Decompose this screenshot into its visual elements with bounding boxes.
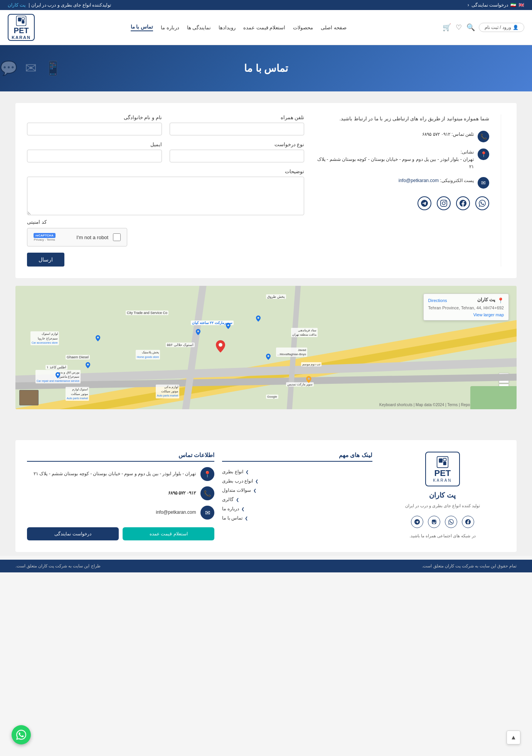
contact-info-area: شما همواره میتوانید از طریق راه های ارتب… <box>316 115 501 267</box>
cart-icon[interactable]: 🛒 <box>443 23 451 32</box>
captcha-checkbox[interactable] <box>113 233 121 241</box>
footer: PET KARAN پت کاران تولید کننده انواع جای… <box>0 429 532 556</box>
map-marker-4 <box>96 335 100 343</box>
svg-point-4 <box>219 343 222 346</box>
map-label-3: لوازم استوکسیم‌جراغ خاروباCar accessorie… <box>30 331 59 345</box>
description-label: توضیحات <box>27 169 304 174</box>
view-larger-map-link[interactable]: View larger map <box>428 312 504 317</box>
map-marker-6 <box>86 362 90 370</box>
request-type-field[interactable] <box>170 150 305 162</box>
phone-info-item: 📞 تلفن تماس: ۰۹۱۲ ۵۷۲ ۶۸۹۵ <box>316 131 489 142</box>
footer-content: PET KARAN پت کاران تولید کننده انواع جای… <box>15 440 517 552</box>
map-label-14: لوازم بدکیموتور سیکلتAuto parts market <box>156 385 179 398</box>
nav-item-about[interactable]: درباره ما <box>161 25 179 30</box>
footer-whatsapp-icon[interactable] <box>445 516 457 528</box>
agency-request-link[interactable]: درخواست نمایندگی <box>471 2 508 8</box>
map-marker-8 <box>306 376 311 384</box>
address-info-text: نشانی: تهران - بلوار ابوذر - بین پل دوم … <box>316 148 474 171</box>
captcha-text: I'm not a robot <box>60 235 108 240</box>
name-field-label: نام و نام خانوادگی <box>27 115 162 120</box>
request-type-form-group: نوع درخواست <box>170 142 305 162</box>
page-title: تماس با ما <box>244 62 288 74</box>
footer-link-0[interactable]: انواع بطری <box>222 467 372 476</box>
wishlist-icon[interactable]: ♡ <box>456 23 462 32</box>
map-label-5: پخش پلاستیکHome goods store <box>136 350 160 359</box>
instagram-social-icon[interactable] <box>437 196 451 210</box>
nav-item-contact[interactable]: تماس با ما <box>131 24 153 31</box>
footer-links-section: لینک های مهم انواع بطری انواع درب بطری س… <box>222 452 372 540</box>
map-label-6: Ghaem Diesel <box>66 355 90 359</box>
footer-phone-text: ۰۹۱۲ ۵۷۲ ۶۸۹۵ <box>168 489 196 497</box>
phone-field-label: تلفن همراه <box>170 115 305 120</box>
map-green-area <box>470 386 517 409</box>
facebook-social-icon[interactable] <box>456 196 470 210</box>
agency-request-footer-button[interactable]: درخواست نمایندگی <box>27 527 119 540</box>
map-panel-icon: 📍 <box>497 297 504 304</box>
footer-phone-item: 📞 ۰۹۱۲ ۵۷۲ ۶۸۹۵ <box>27 486 214 500</box>
submit-button[interactable]: ارسال <box>27 253 64 267</box>
header: 👤 ورود / ثبت نام 🔍 ♡ 🛒 صفحه اصلی محصولات… <box>0 10 532 45</box>
description-form-group: توضیحات <box>27 169 304 215</box>
nav-item-wholesale[interactable]: استعلام قیمت عمده <box>243 25 285 30</box>
footer-instagram-icon[interactable] <box>428 516 440 528</box>
map-visual: پخش طروق City Trade and Service Co سوپرم… <box>15 286 517 409</box>
footer-links-title: لینک های مهم <box>222 452 372 462</box>
footer-address-text: تهران - بلوار ابوذر - بین پل دوم و سوم -… <box>34 470 196 478</box>
footer-location-icon: 📍 <box>200 467 214 481</box>
whatsapp-social-icon[interactable] <box>475 196 489 210</box>
phone-field[interactable] <box>170 123 305 135</box>
map-label-google: Google <box>266 395 278 399</box>
email-field-label: ایمیل <box>27 142 162 147</box>
bottom-bar-left: تمام حقوق این سایت به شرکت پت کاران متعل… <box>422 564 517 569</box>
recaptcha-badge: reCAPTCHA <box>34 233 56 238</box>
map-marker-2 <box>226 323 231 330</box>
map-marker-7 <box>56 372 60 380</box>
nav-item-products[interactable]: محصولات <box>293 25 313 30</box>
footer-telegram-icon[interactable] <box>411 516 423 528</box>
footer-link-4[interactable]: درباره ما <box>222 504 372 513</box>
footer-link-2[interactable]: سوالات متداول <box>222 486 372 495</box>
directions-link[interactable]: Directions <box>428 298 447 303</box>
map-place-address: Tehran Province, Tehran, 44, HH74+692 <box>428 305 504 310</box>
user-icon: 👤 <box>513 25 519 30</box>
form-row-2: نوع درخواست ایمیل <box>27 142 304 162</box>
top-bar-left: 🇬🇧 🇮🇷 درخواست نمایندگی ‹ <box>468 2 524 8</box>
footer-link-1[interactable]: انواع درب بطری <box>222 476 372 486</box>
email-field[interactable] <box>27 150 162 162</box>
footer-phone-icon: 📞 <box>200 486 214 500</box>
bottom-bar-right: طراح این سایت به شرکت پت کاران متعلق است… <box>15 564 101 569</box>
captcha-label: کد امنیتی <box>27 219 47 225</box>
footer-logo-area: PET KARAN پت کاران تولید کننده انواع جای… <box>380 452 505 540</box>
nav-item-home[interactable]: صفحه اصلی <box>321 25 347 30</box>
footer-email-item: ✉ info@petkaran.com <box>27 506 214 520</box>
map-label-1: پخش طروق <box>266 294 286 299</box>
chevron-left-icon: ‹ <box>468 2 469 8</box>
footer-logo-karan: KARAN <box>433 478 452 483</box>
map-label-4: استوک حلالی ۵۵۶ <box>166 343 195 347</box>
nav-item-agency[interactable]: نمایندگی ها <box>187 25 211 30</box>
map-label-9: ستاد فرماندهیبداقت منطقه تهران <box>291 328 318 337</box>
flag-ir-icon: 🇮🇷 <box>510 2 516 8</box>
location-icon-circle: 📍 <box>478 148 489 160</box>
nav-item-events[interactable]: رویدادها <box>219 25 236 30</box>
svg-rect-1 <box>18 17 21 21</box>
wholesale-price-button[interactable]: استعلام قیمت عمده <box>123 527 214 540</box>
map-label-2: City Trade and Service Co <box>126 310 168 315</box>
footer-facebook-icon[interactable] <box>462 516 474 528</box>
description-field[interactable] <box>27 177 304 215</box>
social-icons <box>316 196 489 210</box>
name-field[interactable] <box>27 123 162 135</box>
footer-contact-title: اطلاعات تماس <box>27 452 214 462</box>
footer-link-3[interactable]: گالری <box>222 495 372 504</box>
map-label-7: JavadMovaffaghian-Boys... <box>276 348 307 357</box>
brand-link[interactable]: پت کاران <box>8 2 25 8</box>
captcha-box: I'm not a robot reCAPTCHA Privacy - Term… <box>27 228 127 246</box>
request-type-label: نوع درخواست <box>170 142 305 147</box>
login-button[interactable]: 👤 ورود / ثبت نام <box>479 23 524 32</box>
telegram-social-icon[interactable] <box>418 196 431 210</box>
map-info-panel: 📍 پت کاران Directions Tehran Province, T… <box>423 294 509 321</box>
search-icon[interactable]: 🔍 <box>466 23 475 32</box>
footer-link-5[interactable]: تماس با ما <box>222 513 372 523</box>
map-main-pin <box>216 340 225 354</box>
logo-karan: KARAN <box>12 35 31 40</box>
